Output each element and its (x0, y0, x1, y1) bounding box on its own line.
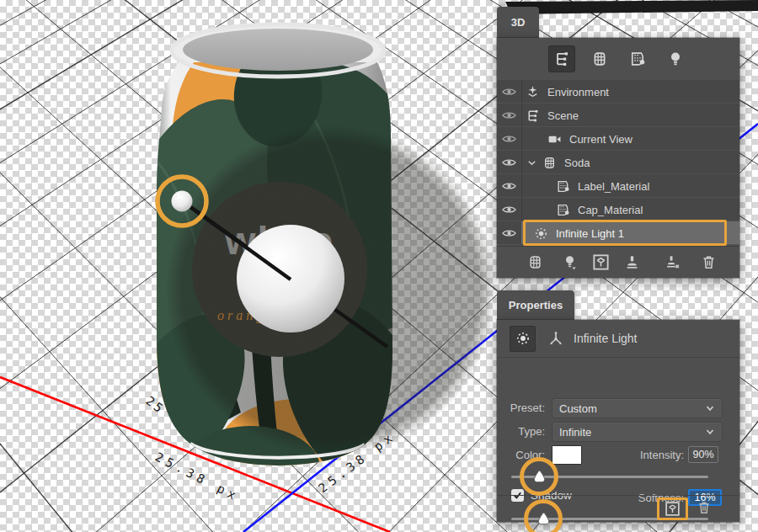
can-cap (183, 29, 373, 71)
3d-layer-row-soda[interactable]: Soda (497, 151, 739, 174)
infinite-light-type-button[interactable] (510, 326, 536, 352)
3d-panel-toolbar (497, 246, 739, 278)
trash-icon (697, 500, 712, 515)
visibility-eye-icon[interactable] (497, 151, 522, 174)
infinite-light-icon (515, 331, 531, 346)
visibility-eye-icon[interactable] (497, 127, 522, 151)
stamp-delete-icon (665, 254, 681, 270)
layer-label: Scene (547, 109, 579, 122)
render-ground-button[interactable] (591, 253, 610, 273)
add-mesh-button[interactable] (526, 253, 544, 273)
material-icon (556, 203, 570, 217)
properties-panel: Properties Infinite Light Preset: Custom (497, 290, 739, 522)
intensity-label: Intensity: (620, 446, 684, 465)
visibility-eye-icon[interactable] (497, 198, 522, 221)
trash-icon (701, 254, 717, 270)
bulb-icon (562, 254, 578, 270)
properties-panel-tab[interactable]: Properties (497, 290, 574, 320)
render-ground-button[interactable] (657, 497, 688, 520)
layer-label: Infinite Light 1 (556, 227, 624, 240)
light-color-swatch[interactable] (552, 445, 582, 465)
coordinates-gizmo-icon (547, 330, 564, 347)
intensity-field[interactable]: 90% (688, 446, 718, 463)
intensity-slider-thumb[interactable] (532, 470, 547, 483)
ground-plane-icon (665, 501, 681, 517)
color-label: Color: (497, 445, 545, 466)
camera-icon (547, 132, 562, 146)
preset-value: Custom (559, 402, 597, 415)
layer-label: Label_Material (578, 180, 649, 193)
3d-layer-row-cap-material[interactable]: Cap_Material (497, 198, 739, 221)
add-light-button[interactable] (560, 253, 579, 273)
chevron-down-icon (705, 427, 715, 437)
material-icon (629, 51, 646, 67)
type-label: Type: (497, 422, 545, 442)
properties-header: Infinite Light (497, 320, 739, 358)
3d-layer-row-label-material[interactable]: Label_Material (497, 174, 739, 198)
3d-layer-row-current-view[interactable]: Current View (497, 127, 739, 151)
stamp-delete-button[interactable] (663, 253, 681, 273)
environment-icon (526, 85, 540, 99)
mesh-icon (527, 254, 543, 270)
properties-footer (497, 495, 739, 522)
type-value: Infinite (559, 426, 591, 439)
preset-dropdown[interactable]: Custom (552, 398, 723, 418)
infinite-light-icon (534, 226, 548, 241)
coordinates-toggle-button[interactable] (547, 330, 564, 347)
3d-layer-row-environment[interactable]: Environment (497, 80, 739, 104)
ground-plane-icon (592, 253, 610, 271)
type-dropdown[interactable]: Infinite (552, 422, 723, 442)
stamp-icon (624, 254, 640, 270)
3d-layer-list: Environment Scene (497, 80, 739, 246)
visibility-eye-icon[interactable] (497, 104, 522, 127)
material-icon (556, 179, 570, 194)
3d-layer-row-scene[interactable]: Scene (497, 104, 739, 127)
3d-layer-row-infinite-light[interactable]: Infinite Light 1 (497, 221, 739, 245)
filter-meshes-button[interactable] (586, 45, 613, 72)
visibility-eye-icon[interactable] (497, 80, 522, 104)
properties-title: Infinite Light (574, 332, 638, 345)
3d-panel-tab[interactable]: 3D (497, 7, 539, 38)
visibility-eye-icon[interactable] (497, 174, 522, 198)
preset-label: Preset: (497, 398, 545, 418)
layer-label: Current View (569, 133, 633, 146)
chevron-down-icon (705, 403, 715, 413)
filter-materials-button[interactable] (624, 45, 651, 72)
scene-icon (526, 109, 540, 123)
layer-label: Soda (564, 157, 590, 169)
delete-light-button[interactable] (697, 500, 712, 515)
filter-lights-button[interactable] (662, 45, 689, 72)
stamp-button[interactable] (622, 253, 641, 273)
delete-button[interactable] (699, 253, 718, 273)
3d-panel: 3D (497, 7, 739, 278)
3d-filter-bar (497, 38, 739, 80)
bulb-icon (667, 51, 684, 67)
light-widget-knob[interactable] (172, 191, 193, 212)
photoshop-3d-workspace: white t orange 25 25.38 px 25.38 px (0, 0, 758, 532)
layer-label: Environment (547, 86, 609, 98)
scene-tree-icon (553, 51, 570, 67)
layer-label: Cap_Material (578, 204, 643, 216)
mesh-icon (542, 156, 557, 170)
filter-scene-button[interactable] (548, 45, 575, 72)
mesh-icon (591, 51, 608, 67)
expand-chevron-icon[interactable] (527, 158, 536, 168)
visibility-eye-icon[interactable] (497, 221, 522, 245)
